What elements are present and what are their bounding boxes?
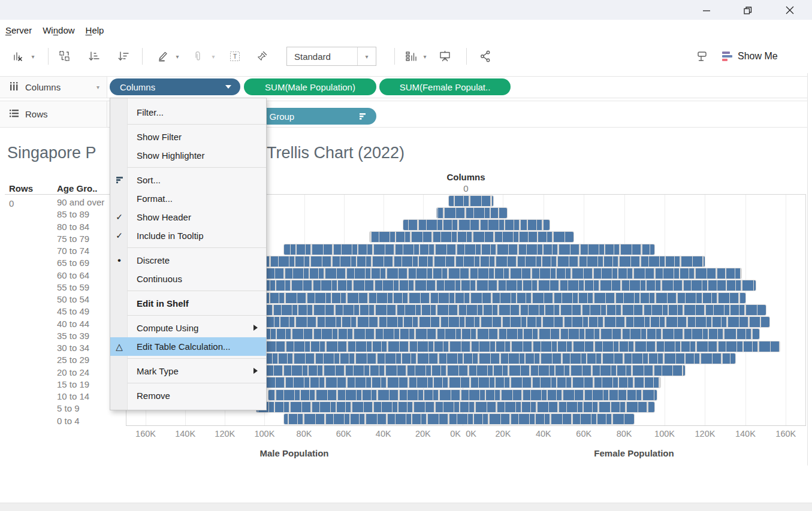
close-icon[interactable] bbox=[780, 4, 800, 17]
share-icon[interactable] bbox=[476, 47, 495, 66]
rows-value[interactable]: 0 bbox=[9, 198, 14, 208]
highlight-caret-icon[interactable]: ▾ bbox=[173, 47, 182, 66]
age-group-header[interactable]: 85 to 89 bbox=[57, 209, 89, 219]
pill-context-menu: Filter...Show FilterShow HighlighterSort… bbox=[110, 98, 267, 410]
minimize-icon[interactable] bbox=[696, 4, 717, 17]
axis-tick-label: 160K bbox=[775, 429, 796, 439]
show-hide-cards-caret-icon[interactable]: ▾ bbox=[420, 47, 430, 66]
rows-shelf-label[interactable]: Rows bbox=[0, 101, 107, 127]
fix-axes-icon[interactable] bbox=[252, 47, 271, 66]
context-menu-separator bbox=[127, 358, 266, 359]
show-hide-cards-icon[interactable] bbox=[402, 47, 421, 66]
age-group-header[interactable]: 10 to 14 bbox=[57, 391, 89, 401]
age-group-header[interactable]: 25 to 29 bbox=[57, 355, 89, 365]
age-group-header[interactable]: 15 to 19 bbox=[57, 379, 89, 389]
show-me-button[interactable]: Show Me bbox=[722, 48, 778, 65]
pyramid-bar-75-to-79[interactable] bbox=[370, 232, 574, 242]
pill-columns[interactable]: Columns bbox=[110, 78, 240, 95]
sort-descending-icon[interactable] bbox=[114, 47, 133, 66]
age-group-header[interactable]: 60 to 64 bbox=[57, 270, 89, 280]
pyramid-bar-80-to-84[interactable] bbox=[403, 220, 550, 230]
context-menu-item-continuous[interactable]: Continuous bbox=[110, 270, 266, 288]
axis-tick-label: 20K bbox=[415, 429, 431, 439]
pyramid-bar-90-and-over[interactable] bbox=[449, 196, 493, 206]
pyramid-bar-20-to-24[interactable] bbox=[249, 365, 685, 376]
context-menu-item-show-highlighter[interactable]: Show Highlighter bbox=[110, 146, 266, 165]
fit-dropdown-caret-icon[interactable]: ▾ bbox=[357, 47, 376, 65]
axis-tick-label: 140K bbox=[175, 429, 195, 439]
age-group-header[interactable]: 0 to 4 bbox=[57, 416, 80, 426]
pyramid-bar-60-to-64[interactable] bbox=[201, 268, 742, 279]
window-titlebar bbox=[0, 0, 812, 20]
pill-sum-female-label: SUM(Female Populat.. bbox=[400, 82, 491, 92]
clear-sheet-icon[interactable] bbox=[8, 47, 28, 66]
rows-shelf-label-text: Rows bbox=[25, 109, 48, 119]
toolbar-divider bbox=[466, 48, 467, 65]
fit-dropdown[interactable]: Standard ▾ bbox=[286, 47, 376, 66]
pyramid-bar-0-to-4[interactable] bbox=[284, 414, 634, 424]
text-label-icon[interactable]: T bbox=[225, 47, 244, 66]
age-group-header[interactable]: 90 and over bbox=[57, 197, 104, 207]
age-group-header[interactable]: 75 to 79 bbox=[57, 234, 89, 244]
pyramid-bar-5-to-9[interactable] bbox=[256, 402, 654, 412]
context-menu-item-edit-in-shelf[interactable]: Edit in Shelf bbox=[110, 294, 266, 313]
presentation-mode-icon[interactable] bbox=[436, 47, 455, 66]
age-group-header[interactable]: 70 to 74 bbox=[57, 246, 89, 256]
context-menu-item-edit-table-calculation[interactable]: Edit Table Calculation...△ bbox=[110, 337, 266, 356]
age-group-header[interactable]: 35 to 39 bbox=[57, 331, 89, 341]
pill-age-group[interactable]: e Group bbox=[252, 108, 376, 125]
bullet-icon: • bbox=[112, 251, 126, 270]
age-group-header[interactable]: 5 to 9 bbox=[57, 403, 80, 413]
pyramid-bar-55-to-59[interactable] bbox=[182, 280, 756, 291]
pyramid-bar-65-to-69[interactable] bbox=[235, 256, 705, 267]
group-members-icon[interactable] bbox=[188, 47, 207, 66]
context-menu-item-compute-using[interactable]: Compute Using bbox=[110, 319, 266, 337]
pyramid-bar-50-to-54[interactable] bbox=[189, 293, 745, 303]
age-group-header[interactable]: 20 to 24 bbox=[57, 367, 89, 377]
context-menu-item-mark-type[interactable]: Mark Type bbox=[110, 362, 266, 380]
context-menu-item-discrete[interactable]: Discrete• bbox=[110, 251, 266, 270]
rows-field-header[interactable]: Rows bbox=[9, 183, 33, 193]
menu-window[interactable]: Window bbox=[37, 20, 80, 41]
age-group-header[interactable]: 55 to 59 bbox=[57, 282, 89, 292]
submenu-arrow-icon bbox=[253, 325, 258, 331]
age-group-header[interactable]: 80 to 84 bbox=[57, 222, 89, 232]
menu-help[interactable]: Help bbox=[80, 20, 110, 41]
fit-selector-icon[interactable] bbox=[693, 47, 712, 66]
context-menu-item-show-filter[interactable]: Show Filter bbox=[110, 128, 266, 146]
axis-tick-label: 100K bbox=[654, 429, 675, 439]
context-menu-item-format[interactable]: Format... bbox=[110, 189, 266, 208]
menu-server[interactable]: Server bbox=[0, 20, 37, 41]
pyramid-bar-25-to-29[interactable] bbox=[205, 353, 735, 364]
pill-table-calc-sort-icon[interactable] bbox=[360, 111, 367, 122]
pill-sum-female-population[interactable]: SUM(Female Populat.. bbox=[379, 78, 511, 95]
context-menu-item-include-in-tooltip[interactable]: Include in Tooltip✓ bbox=[110, 226, 266, 245]
age-group-header[interactable]: 30 to 34 bbox=[57, 343, 89, 353]
restore-icon[interactable] bbox=[737, 4, 757, 17]
highlight-icon[interactable] bbox=[153, 47, 173, 66]
context-menu-item-filter[interactable]: Filter... bbox=[110, 103, 266, 122]
toolbar-divider bbox=[142, 48, 143, 65]
context-menu-item-remove[interactable]: Remove bbox=[110, 386, 266, 405]
checkmark-icon: ✓ bbox=[112, 226, 126, 245]
clear-sheet-caret-icon[interactable]: ▾ bbox=[28, 47, 38, 66]
age-field-header[interactable]: Age Gro.. bbox=[57, 183, 98, 193]
pill-sum-male-population[interactable]: SUM(Male Population) bbox=[244, 78, 376, 95]
columns-shelf-label[interactable]: Columns ▾ bbox=[0, 77, 107, 98]
age-group-header[interactable]: 40 to 44 bbox=[57, 319, 89, 329]
pill-columns-caret-icon[interactable] bbox=[225, 85, 231, 89]
pyramid-bar-70-to-74[interactable] bbox=[284, 244, 654, 255]
pyramid-bar-15-to-19[interactable] bbox=[264, 377, 660, 388]
swap-axes-icon[interactable] bbox=[55, 47, 74, 66]
pyramid-bar-85-to-89[interactable] bbox=[437, 208, 507, 218]
pyramid-bar-10-to-14[interactable] bbox=[268, 390, 657, 400]
context-menu-item-sort[interactable]: Sort... bbox=[110, 171, 266, 189]
axis-tick-label: 120K bbox=[695, 429, 716, 439]
age-group-header[interactable]: 50 to 54 bbox=[57, 294, 89, 304]
sort-ascending-icon[interactable] bbox=[84, 47, 104, 66]
age-group-header[interactable]: 65 to 69 bbox=[57, 258, 89, 268]
age-group-header[interactable]: 45 to 49 bbox=[57, 306, 89, 316]
columns-shelf-caret-icon[interactable]: ▾ bbox=[96, 84, 99, 90]
female-axis-title: Female Population bbox=[594, 448, 674, 458]
context-menu-item-show-header[interactable]: Show Header✓ bbox=[110, 208, 266, 226]
